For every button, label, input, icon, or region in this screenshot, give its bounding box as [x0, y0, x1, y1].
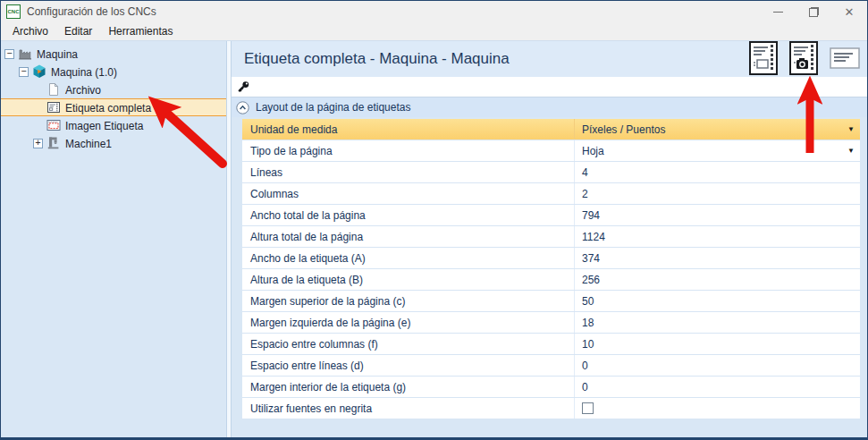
property-name: Margen superior de la página (c) — [242, 291, 575, 311]
property-value[interactable]: 1124 — [575, 226, 860, 247]
factory-icon — [18, 47, 32, 61]
property-name: Altura de la etiqueta (B) — [242, 269, 575, 290]
tree-item-label: Maquina — [37, 47, 78, 61]
tree-item-label: Imagen Etiqueta — [65, 119, 143, 132]
label-camera-icon — [789, 41, 818, 78]
tree-item-maquina-1-0[interactable]: −Maquina (1.0) — [1, 63, 226, 80]
label-icon — [46, 100, 61, 114]
property-value[interactable]: 4 — [575, 162, 860, 182]
property-row-ancho-total-de-la-pagina[interactable]: Ancho total de la página794 — [242, 205, 860, 226]
property-value[interactable]: 50 — [575, 291, 860, 311]
property-name: Tipo de la página — [242, 140, 575, 161]
property-row-unidad-de-medida[interactable]: Unidad de medidaPíxeles / Puentos▼ — [242, 119, 860, 140]
property-name: Margen izquierda de la página (e) — [242, 312, 575, 333]
property-name: Altura total de la página — [242, 226, 575, 247]
property-value[interactable] — [575, 398, 860, 419]
checkbox-unchecked[interactable] — [582, 402, 594, 414]
property-row-altura-total-de-la-pagina[interactable]: Altura total de la página1124 — [242, 226, 860, 248]
property-grid: Unidad de medidaPíxeles / Puentos▼Tipo d… — [232, 117, 867, 437]
property-value[interactable]: 0 — [575, 377, 860, 397]
tree-item-archivo[interactable]: Archivo — [1, 80, 226, 98]
property-row-altura-de-la-etiqueta-b[interactable]: Altura de la etiqueta (B)256 — [242, 269, 860, 291]
section-title: Layout de la página de etiquetas — [256, 101, 410, 114]
app-icon: CNC — [6, 4, 21, 19]
label-photo-view-button[interactable] — [789, 41, 818, 78]
dropdown-arrow-icon[interactable]: ▼ — [847, 147, 855, 155]
menu-item-editar[interactable]: Editar — [56, 23, 100, 39]
cube-icon — [32, 64, 46, 79]
property-row-lineas[interactable]: Líneas4 — [242, 162, 860, 183]
property-value[interactable]: 10 — [575, 334, 860, 354]
property-value-text: 374 — [582, 252, 860, 265]
text-view-button[interactable] — [830, 47, 860, 72]
tree-item-label: Machine1 — [65, 137, 112, 150]
property-name: Ancho de la etiqueta (A) — [242, 248, 575, 268]
property-name: Utilizar fuentes en negrita — [242, 398, 575, 419]
property-row-margen-interior-de-la-etiqueta-g[interactable]: Margen interior de la etiqueta (g)0 — [242, 377, 860, 398]
tree-item-imagen-etiqueta[interactable]: Imagen Etiqueta — [1, 116, 226, 134]
property-value-text: 794 — [582, 209, 860, 222]
property-value[interactable]: 374 — [575, 248, 860, 268]
label-layout-icon — [749, 41, 778, 78]
close-button[interactable]: ✕ — [831, 1, 867, 22]
property-filter-input[interactable] — [254, 79, 867, 95]
property-name: Unidad de medida — [242, 119, 575, 140]
tree-item-label: Maquina (1.0) — [51, 65, 117, 79]
collapse-minus-icon[interactable]: − — [4, 49, 14, 59]
property-value-text: Hoja — [582, 145, 847, 157]
property-value[interactable]: 794 — [575, 205, 860, 225]
menu-item-herramientas[interactable]: Herramientas — [100, 23, 181, 39]
property-row-margen-izquierda-de-la-pagina-e[interactable]: Margen izquierda de la página (e)18 — [242, 312, 860, 334]
menu-item-archivo[interactable]: Archivo — [4, 23, 56, 39]
property-row-tipo-de-la-pagina[interactable]: Tipo de la páginaHoja▼ — [242, 140, 860, 162]
property-value-text: 50 — [582, 295, 860, 308]
property-value[interactable]: 2 — [575, 183, 860, 204]
machine-icon — [46, 136, 61, 150]
panel-header: Etiqueta completa - Maquina - Maquina — [232, 41, 867, 77]
label-layout-view-button[interactable] — [749, 41, 778, 78]
property-value-text: 4 — [582, 166, 860, 179]
tree-item-machine1[interactable]: +Machine1 — [1, 134, 226, 152]
property-row-margen-superior-de-la-pagina-c[interactable]: Margen superior de la página (c)50 — [242, 291, 860, 312]
property-row-espacio-entre-lineas-d[interactable]: Espacio entre líneas (d)0 — [242, 355, 860, 377]
property-value-text: 1124 — [582, 231, 860, 243]
title-bar: CNC Configuración de los CNCs ✕ — [1, 1, 867, 22]
restore-button[interactable] — [796, 1, 831, 22]
close-icon: ✕ — [845, 6, 855, 18]
collapse-minus-icon[interactable]: − — [19, 67, 29, 77]
property-value[interactable]: 18 — [575, 312, 860, 333]
property-name: Columnas — [242, 183, 575, 204]
minimize-icon — [773, 12, 783, 13]
tree-item-label: Etiqueta completa — [65, 101, 151, 114]
property-value[interactable]: 256 — [575, 269, 860, 290]
image-icon — [46, 118, 61, 132]
tree-item-etiqueta-completa[interactable]: Etiqueta completa — [1, 98, 226, 116]
view-toolbar — [749, 43, 860, 75]
restore-icon — [809, 7, 819, 17]
window-controls: ✕ — [760, 1, 867, 22]
property-row-espacio-entre-columnas-f[interactable]: Espacio entre columnas (f)10 — [242, 334, 860, 355]
property-value[interactable]: 0 — [575, 355, 860, 376]
property-name: Ancho total de la página — [242, 205, 575, 225]
property-value-text: 0 — [582, 381, 860, 393]
property-row-ancho-de-la-etiqueta-a[interactable]: Ancho de la etiqueta (A)374 — [242, 248, 860, 269]
section-header: Layout de la página de etiquetas — [232, 97, 867, 117]
expand-plus-icon[interactable]: + — [33, 139, 43, 148]
section-collapse-button[interactable] — [236, 101, 249, 114]
tree-item-maquina[interactable]: −Maquina — [1, 45, 226, 63]
property-value[interactable]: Hoja▼ — [575, 140, 860, 161]
text-lines-icon — [830, 47, 860, 72]
property-value-text: 18 — [582, 317, 860, 329]
property-value[interactable]: Píxeles / Puentos▼ — [575, 119, 860, 140]
property-value-text: Píxeles / Puentos — [582, 123, 847, 136]
minimize-button[interactable] — [760, 1, 796, 22]
key-icon — [237, 80, 249, 93]
property-value-text: 0 — [582, 360, 860, 372]
app-window: CNC Configuración de los CNCs ✕ ArchivoE… — [0, 0, 868, 440]
machine-tree: −Maquina−Maquina (1.0)ArchivoEtiqueta co… — [1, 41, 226, 437]
page-title: Etiqueta completa - Maquina - Maquina — [244, 50, 510, 68]
dropdown-arrow-icon[interactable]: ▼ — [847, 125, 855, 133]
property-value-text: 2 — [582, 188, 860, 200]
property-row-columnas[interactable]: Columnas2 — [242, 183, 860, 205]
property-row-utilizar-fuentes-en-negrita[interactable]: Utilizar fuentes en negrita — [242, 398, 860, 419]
